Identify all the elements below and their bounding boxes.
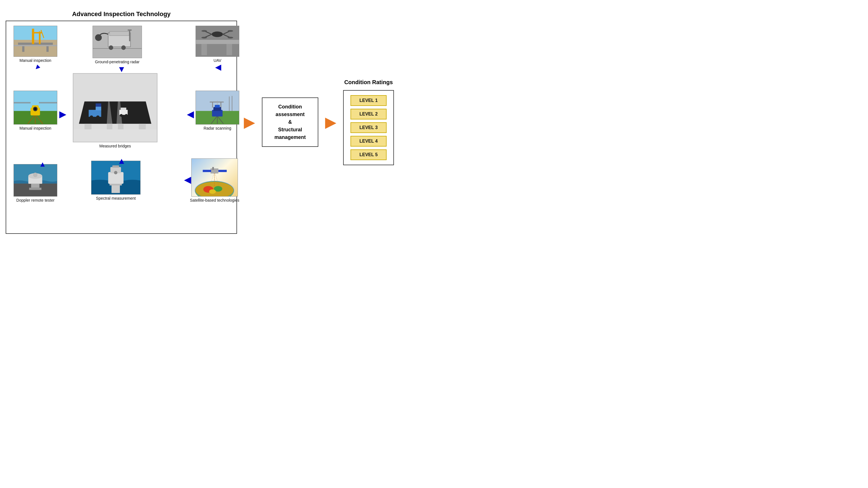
uav-label: UAV (214, 58, 221, 63)
level-2-badge: LEVEL 2 (350, 109, 386, 119)
svg-point-14 (108, 45, 113, 50)
page-layout: Advanced Inspection Technology (0, 8, 434, 237)
svg-rect-17 (128, 29, 132, 30)
svg-point-59 (120, 114, 123, 117)
diagram-absolute: Manual inspection ▼ (11, 26, 242, 240)
gpr-image (93, 26, 142, 58)
svg-rect-100 (212, 167, 214, 170)
diagram-section: Advanced Inspection Technology (6, 10, 237, 234)
doppler-item: Doppler remote tester (13, 164, 57, 202)
svg-rect-58 (121, 108, 126, 110)
arrow-spectral-up: ▲ (117, 156, 126, 166)
svg-point-60 (125, 114, 128, 117)
arrow-satellite-left: ◀ (184, 175, 191, 185)
svg-point-90 (114, 171, 117, 174)
svg-rect-83 (29, 188, 41, 190)
condition-line2: assessment (269, 111, 312, 118)
arrow-uav-to-center: ◀ (215, 63, 221, 72)
svg-point-15 (121, 45, 126, 50)
svg-rect-99 (218, 170, 227, 172)
condition-box: Condition assessment & Structural manage… (262, 97, 318, 147)
svg-rect-13 (110, 31, 129, 36)
arrow-laser-right: ▶ (59, 109, 66, 119)
svg-point-95 (209, 189, 216, 194)
satellite-item: Satellite-based technologies (190, 159, 239, 202)
svg-rect-16 (129, 30, 130, 41)
svg-rect-97 (211, 168, 218, 173)
arrow-radar-left: ◀ (187, 109, 193, 119)
level-3-badge: LEVEL 3 (350, 122, 386, 133)
svg-rect-11 (93, 48, 142, 49)
svg-rect-0 (14, 40, 57, 56)
condition-line1: Condition (269, 103, 312, 111)
svg-rect-85 (112, 184, 120, 193)
svg-rect-9 (14, 45, 57, 46)
spectral-item: Spectral measurement (91, 161, 141, 201)
level-4-badge: LEVEL 4 (350, 136, 386, 147)
orange-arrow-2: ▶ (325, 115, 336, 130)
svg-point-40 (34, 108, 36, 110)
uav-image (195, 26, 239, 57)
diagram-title: Advanced Inspection Technology (72, 10, 170, 18)
laser-item: Manual inspection (13, 91, 57, 131)
manual-inspection-image (13, 26, 57, 57)
svg-point-81 (33, 173, 37, 177)
radar-item: Radar scanning (195, 91, 239, 131)
arrow-to-ratings: ▶ (325, 115, 336, 130)
svg-point-18 (95, 34, 102, 41)
svg-point-31 (228, 37, 234, 38)
radar-label: Radar scanning (204, 126, 231, 131)
svg-rect-75 (215, 105, 220, 108)
ratings-box: LEVEL 1 LEVEL 2 LEVEL 3 LEVEL 4 LEVEL 5 (343, 90, 394, 165)
svg-point-55 (90, 115, 93, 119)
condition-line3: & (269, 118, 312, 126)
svg-rect-61 (96, 103, 101, 107)
condition-line5: management (269, 134, 312, 141)
manual-inspection-label: Manual inspection (20, 58, 51, 63)
level-1-badge: LEVEL 1 (350, 95, 386, 106)
arrow-manual-to-center: ▼ (32, 62, 43, 73)
arrow-doppler-up: ▲ (39, 160, 46, 169)
svg-rect-54 (96, 107, 101, 110)
orange-arrow-1: ▶ (244, 115, 255, 130)
svg-rect-42 (39, 102, 57, 103)
svg-rect-21 (202, 44, 207, 55)
laser-image (13, 91, 57, 124)
doppler-image (13, 164, 57, 197)
svg-point-23 (212, 31, 223, 37)
bridge-image (73, 73, 157, 142)
condition-line4: Structural (269, 126, 312, 134)
svg-rect-22 (226, 44, 232, 55)
uav-item: UAV (195, 26, 239, 63)
svg-point-29 (228, 30, 234, 32)
spectral-label: Spectral measurement (96, 196, 136, 201)
doppler-label: Doppler remote tester (17, 198, 55, 202)
diagram-box: Manual inspection ▼ (6, 21, 237, 234)
svg-rect-7 (32, 29, 34, 44)
satellite-label: Satellite-based technologies (190, 198, 239, 202)
svg-rect-41 (14, 102, 30, 103)
level-5-badge: LEVEL 5 (350, 149, 386, 160)
svg-rect-20 (196, 40, 239, 44)
manual-inspection-item: Manual inspection (13, 26, 57, 63)
svg-rect-62 (73, 129, 157, 142)
svg-point-56 (96, 115, 100, 119)
gpr-label: Ground-penetrating radar (95, 60, 140, 64)
svg-point-30 (202, 37, 207, 38)
arrow-gpr-down: ▼ (117, 64, 126, 74)
ratings-section: Condition Ratings LEVEL 1 LEVEL 2 LEVEL … (343, 79, 394, 165)
bridge-label: Measured bridges (99, 144, 131, 148)
gpr-item: Ground-penetrating radar (93, 26, 142, 64)
laser-label: Manual inspection (20, 126, 51, 131)
svg-point-28 (202, 30, 207, 32)
satellite-image (191, 159, 238, 197)
svg-rect-74 (213, 107, 221, 111)
levels-container: LEVEL 1 LEVEL 2 LEVEL 3 LEVEL 4 LEVEL 5 (350, 95, 386, 160)
radar-image (195, 91, 239, 124)
svg-rect-6 (33, 32, 42, 33)
svg-rect-2 (18, 42, 53, 45)
bridge-item: Measured bridges (73, 73, 157, 148)
spectral-image (91, 161, 141, 195)
svg-rect-82 (31, 183, 39, 188)
ratings-title: Condition Ratings (344, 79, 393, 86)
